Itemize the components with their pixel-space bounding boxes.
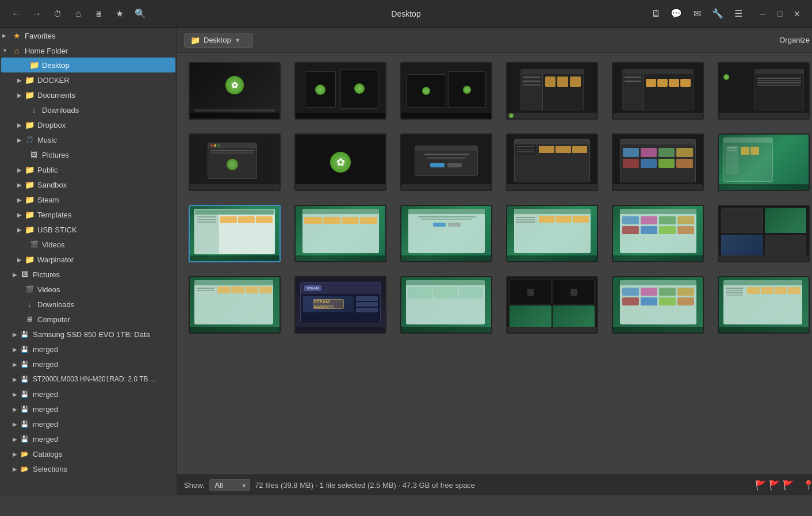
sidebar-item-warpinator[interactable]: ▶ 📁 Warpinator	[1, 252, 175, 267]
thumb-item-17[interactable]	[610, 202, 706, 265]
thumb-img-19	[189, 276, 281, 334]
sidebar-item-usb-label: USB STICK	[37, 225, 77, 234]
thumb-item-22[interactable]	[504, 274, 600, 336]
back-button[interactable]: ←	[7, 5, 25, 23]
thumb-item-8[interactable]: ✿	[292, 131, 389, 193]
flag-blue-icon[interactable]: 🚩	[783, 480, 794, 491]
thumb-item-5[interactable]	[610, 60, 706, 122]
public-folder-icon: 📁	[24, 165, 35, 175]
sidebar-section-favorites[interactable]: ▶ ★ Favorites	[0, 28, 177, 43]
bookmark-button[interactable]: ★	[110, 5, 129, 23]
sidebar-item-selections[interactable]: ▶ 📂 Selections	[1, 461, 175, 476]
sidebar-item-merged2[interactable]: ▶ 💾 merged	[1, 357, 175, 372]
sidebar-item-usb[interactable]: ▶ 📁 USB STICK	[1, 222, 175, 237]
flag-green-icon[interactable]: 🚩	[756, 480, 766, 491]
pictures-home-icon: 🖼	[29, 150, 39, 160]
sidebar-item-music[interactable]: ▶ 🎵 Music	[1, 132, 175, 147]
maximize-button[interactable]: □	[772, 6, 788, 22]
sidebar-item-pictures-home[interactable]: 🖼 Pictures	[1, 147, 175, 162]
st2000-icon: 💾	[20, 374, 30, 384]
thumb-item-18[interactable]	[715, 202, 812, 265]
close-button[interactable]: ✕	[789, 6, 805, 22]
sidebar-item-templates[interactable]: ▶ 📁 Templates	[1, 207, 175, 222]
thumb-item-6[interactable]	[715, 60, 812, 122]
sidebar-item-templates-label: Templates	[37, 211, 71, 219]
computer-button[interactable]: 🖥	[90, 5, 108, 23]
sidebar-item-st2000[interactable]: ▶ 💾 ST2000LM003 HN-M201RAD: 2.0 TB ...	[1, 372, 175, 387]
templates-folder-icon: 📁	[24, 209, 35, 220]
thumb-item-11[interactable]	[610, 131, 706, 193]
show-select-wrapper: All Photos Videos Raw ▼	[209, 479, 250, 491]
sidebar-item-merged4[interactable]: ▶ 💾 merged	[1, 402, 175, 416]
thumb-item-12[interactable]	[715, 131, 812, 193]
dropbox-expander: ▶	[15, 120, 24, 129]
history-button[interactable]: ⏱	[48, 5, 67, 23]
sidebar-item-pictures-place[interactable]: ▶ 🖼 Pictures	[1, 267, 175, 282]
sidebar-item-catalogs-label: Catalogs	[33, 450, 62, 458]
merged5-expander: ▶	[10, 419, 20, 429]
sidebar-item-merged6[interactable]: ▶ 💾 merged	[1, 431, 175, 446]
thumb-item-7[interactable]	[186, 131, 283, 193]
show-select[interactable]: All Photos Videos Raw	[209, 479, 250, 491]
menu-button[interactable]: ☰	[729, 5, 748, 23]
main-layout: ▶ ★ Favorites ▼ ⌂ Home Folder 📁 Desktop …	[0, 28, 812, 495]
thumb-item-10[interactable]	[504, 131, 600, 193]
home-folder-icon: ⌂	[12, 45, 22, 56]
thumb-item-9[interactable]	[398, 131, 495, 193]
thumb-item-14[interactable]	[292, 202, 389, 265]
sidebar-item-dropbox[interactable]: ▶ 📁 Dropbox	[1, 117, 175, 132]
minimize-button[interactable]: ─	[754, 6, 771, 22]
organize-button[interactable]: Organize	[775, 33, 812, 47]
message-icon-button[interactable]: ✉	[688, 5, 706, 23]
sidebar-item-videos-place[interactable]: 🎬 Videos	[1, 282, 175, 297]
thumb-item-23[interactable]	[610, 274, 706, 336]
search-button[interactable]: 🔍	[131, 5, 150, 23]
sidebar-item-merged3[interactable]: ▶ 💾 merged	[1, 387, 175, 402]
location-pin-icon[interactable]: 📍	[803, 480, 812, 491]
thumb-item-1[interactable]: ✿	[186, 60, 283, 122]
merged5-icon: 💾	[20, 419, 30, 429]
sidebar-item-samsung[interactable]: ▶ 💾 Samsung SSD 850 EVO 1TB: Data	[1, 327, 175, 342]
speech-icon-button[interactable]: 💬	[667, 5, 685, 23]
sidebar-item-merged5[interactable]: ▶ 💾 merged	[1, 416, 175, 431]
sidebar-item-docker[interactable]: ▶ 📁 DOCKER	[1, 72, 175, 87]
thumb-item-16[interactable]	[504, 202, 600, 265]
sidebar-item-sandbox-label: Sandbox	[37, 181, 67, 189]
sidebar-item-steam-label: Steam	[37, 196, 59, 204]
sidebar-item-sandbox[interactable]: ▶ 📁 Sandbox	[1, 177, 175, 192]
thumb-item-4[interactable]	[504, 60, 600, 122]
thumb-item-21[interactable]	[398, 274, 495, 336]
thumb-item-24[interactable]	[715, 274, 812, 336]
dropbox-folder-icon: 📁	[24, 120, 35, 130]
sidebar-item-videos-home[interactable]: 🎬 Videos	[1, 237, 175, 252]
window-controls: ─ □ ✕	[754, 6, 805, 22]
sidebar-item-steam[interactable]: ▶ 📁 Steam	[1, 192, 175, 207]
thumb-img-24	[718, 276, 810, 334]
sidebar-item-downloads-home[interactable]: ↓ Downloads	[1, 102, 175, 117]
sidebar-item-catalogs[interactable]: ▶ 📂 Catalogs	[1, 446, 175, 461]
sidebar-item-dropbox-label: Dropbox	[37, 121, 66, 129]
home-button[interactable]: ⌂	[69, 5, 87, 23]
st2000-expander: ▶	[10, 374, 20, 384]
tools-icon-button[interactable]: 🔧	[708, 5, 727, 23]
sidebar-section-home[interactable]: ▼ ⌂ Home Folder	[0, 43, 177, 58]
flag-red-icon[interactable]: 🚩	[769, 480, 780, 491]
forward-button[interactable]: →	[28, 5, 46, 23]
thumb-item-3[interactable]	[398, 60, 495, 122]
thumb-item-2[interactable]	[292, 60, 389, 122]
thumb-item-15[interactable]	[398, 202, 495, 265]
sidebar-item-merged1[interactable]: ▶ 💾 merged	[1, 342, 175, 357]
path-button[interactable]: 📁 Desktop ▼	[184, 33, 253, 48]
thumb-item-19[interactable]	[186, 274, 283, 336]
thumb-img-20: STEAM STEAM AWARDS	[294, 276, 386, 334]
sidebar-item-desktop[interactable]: 📁 Desktop	[1, 58, 175, 72]
warpinator-folder-icon: 📁	[24, 254, 35, 265]
thumb-item-20[interactable]: STEAM STEAM AWARDS	[292, 274, 389, 336]
sidebar-item-computer[interactable]: 🖥 Computer	[1, 312, 175, 327]
sidebar-item-documents[interactable]: ▶ 📁 Documents	[1, 87, 175, 102]
display-icon-button[interactable]: 🖥	[646, 5, 665, 23]
sidebar-item-public[interactable]: ▶ 📁 Public	[1, 162, 175, 177]
downloads-place-icon: ↓	[24, 299, 35, 309]
thumb-item-13[interactable]	[186, 202, 283, 265]
sidebar-item-downloads-place[interactable]: ↓ Downloads	[1, 297, 175, 312]
